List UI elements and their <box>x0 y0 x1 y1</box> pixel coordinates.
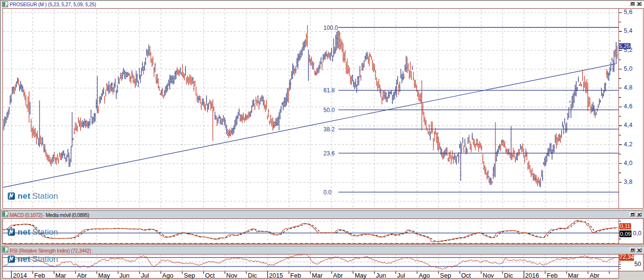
svg-text:net: net <box>18 255 31 263</box>
svg-text:Station: Station <box>32 255 58 263</box>
